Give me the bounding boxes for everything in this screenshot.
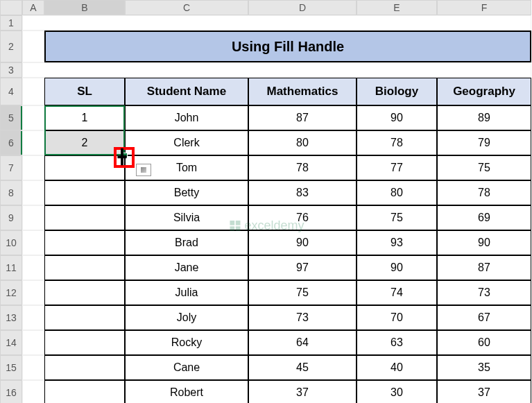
- col-header-d[interactable]: D: [248, 0, 357, 15]
- cell[interactable]: [22, 130, 44, 155]
- row-header-7[interactable]: 7: [0, 155, 22, 180]
- header-math[interactable]: Mathematics: [248, 78, 357, 105]
- cell[interactable]: [22, 330, 44, 355]
- cell[interactable]: [22, 380, 44, 403]
- table-cell-sl[interactable]: [44, 330, 125, 355]
- table-cell-geo[interactable]: 37: [437, 380, 531, 403]
- table-cell-geo[interactable]: 35: [437, 355, 531, 380]
- table-cell-math[interactable]: 87: [248, 105, 357, 130]
- table-cell-sl[interactable]: [44, 380, 125, 403]
- table-cell-name[interactable]: Brad: [125, 230, 248, 255]
- table-cell-sl[interactable]: 1: [44, 105, 125, 130]
- row-header-6[interactable]: 6: [0, 130, 22, 155]
- cell[interactable]: [22, 155, 44, 180]
- table-cell-sl[interactable]: [44, 155, 125, 180]
- table-cell-sl[interactable]: [44, 230, 125, 255]
- cell[interactable]: [22, 305, 44, 330]
- row-header-15[interactable]: 15: [0, 355, 22, 380]
- table-cell-geo[interactable]: 75: [437, 155, 531, 180]
- header-sl[interactable]: SL: [44, 78, 125, 105]
- table-cell-bio[interactable]: 63: [357, 330, 437, 355]
- table-cell-math[interactable]: 83: [248, 180, 357, 205]
- table-cell-math[interactable]: 64: [248, 330, 357, 355]
- col-header-c[interactable]: C: [125, 0, 248, 15]
- table-cell-name[interactable]: Silvia: [125, 205, 248, 230]
- table-cell-bio[interactable]: 74: [357, 280, 437, 305]
- table-cell-geo[interactable]: 90: [437, 230, 531, 255]
- header-name[interactable]: Student Name: [125, 78, 248, 105]
- cell[interactable]: [22, 105, 44, 130]
- table-cell-bio[interactable]: 77: [357, 155, 437, 180]
- table-cell-bio[interactable]: 75: [357, 205, 437, 230]
- col-header-e[interactable]: E: [357, 0, 437, 15]
- table-cell-geo[interactable]: 87: [437, 255, 531, 280]
- table-cell-name[interactable]: Jane: [125, 255, 248, 280]
- cell[interactable]: [22, 78, 44, 105]
- table-cell-bio[interactable]: 93: [357, 230, 437, 255]
- table-cell-name[interactable]: Betty: [125, 180, 248, 205]
- row-header-14[interactable]: 14: [0, 330, 22, 355]
- table-cell-bio[interactable]: 40: [357, 355, 437, 380]
- table-cell-sl[interactable]: [44, 255, 125, 280]
- cell[interactable]: [22, 280, 44, 305]
- table-cell-sl[interactable]: [44, 355, 125, 380]
- table-cell-name[interactable]: Cane: [125, 355, 248, 380]
- col-header-f[interactable]: F: [437, 0, 531, 15]
- table-cell-bio[interactable]: 30: [357, 380, 437, 403]
- row-header-11[interactable]: 11: [0, 255, 22, 280]
- table-cell-math[interactable]: 73: [248, 305, 357, 330]
- select-all-corner[interactable]: [0, 0, 22, 15]
- table-cell-math[interactable]: 75: [248, 280, 357, 305]
- row-header-4[interactable]: 4: [0, 78, 22, 105]
- cell[interactable]: [22, 205, 44, 230]
- table-cell-bio[interactable]: 90: [357, 105, 437, 130]
- cell[interactable]: [22, 180, 44, 205]
- table-cell-bio[interactable]: 80: [357, 180, 437, 205]
- table-cell-geo[interactable]: 78: [437, 180, 531, 205]
- table-cell-sl[interactable]: [44, 305, 125, 330]
- table-cell-name[interactable]: Rocky: [125, 330, 248, 355]
- header-geo[interactable]: Geography: [437, 78, 531, 105]
- table-cell-math[interactable]: 76: [248, 205, 357, 230]
- spreadsheet-grid[interactable]: A B C D E F 1 2 Using Fill Handle 3 4 SL…: [0, 0, 532, 403]
- cell[interactable]: [22, 62, 531, 78]
- table-cell-math[interactable]: 97: [248, 255, 357, 280]
- table-cell-geo[interactable]: 60: [437, 330, 531, 355]
- table-cell-bio[interactable]: 78: [357, 130, 437, 155]
- table-cell-geo[interactable]: 73: [437, 280, 531, 305]
- table-cell-math[interactable]: 80: [248, 130, 357, 155]
- table-cell-bio[interactable]: 90: [357, 255, 437, 280]
- autofill-options-button[interactable]: [136, 164, 151, 176]
- table-cell-geo[interactable]: 69: [437, 205, 531, 230]
- table-cell-math[interactable]: 78: [248, 155, 357, 180]
- table-cell-math[interactable]: 37: [248, 380, 357, 403]
- fill-handle[interactable]: [122, 153, 128, 158]
- col-header-a[interactable]: A: [22, 0, 44, 15]
- table-cell-geo[interactable]: 79: [437, 130, 531, 155]
- table-cell-geo[interactable]: 67: [437, 305, 531, 330]
- table-cell-math[interactable]: 90: [248, 230, 357, 255]
- table-cell-geo[interactable]: 89: [437, 105, 531, 130]
- table-cell-name[interactable]: Joly: [125, 305, 248, 330]
- row-header-13[interactable]: 13: [0, 305, 22, 330]
- row-header-12[interactable]: 12: [0, 280, 22, 305]
- row-header-1[interactable]: 1: [0, 15, 22, 31]
- cell[interactable]: [22, 355, 44, 380]
- table-cell-name[interactable]: Julia: [125, 280, 248, 305]
- table-cell-name[interactable]: John: [125, 105, 248, 130]
- header-bio[interactable]: Biology: [357, 78, 437, 105]
- cell[interactable]: [22, 31, 44, 62]
- title-cell[interactable]: Using Fill Handle: [44, 31, 531, 62]
- table-cell-sl[interactable]: [44, 180, 125, 205]
- row-header-8[interactable]: 8: [0, 180, 22, 205]
- table-cell-name[interactable]: Robert: [125, 380, 248, 403]
- row-header-3[interactable]: 3: [0, 62, 22, 78]
- cell[interactable]: [22, 255, 44, 280]
- table-cell-math[interactable]: 45: [248, 355, 357, 380]
- cell[interactable]: [22, 230, 44, 255]
- table-cell-sl[interactable]: [44, 280, 125, 305]
- row-header-2[interactable]: 2: [0, 31, 22, 62]
- table-cell-name[interactable]: Clerk: [125, 130, 248, 155]
- row-header-10[interactable]: 10: [0, 230, 22, 255]
- table-cell-sl[interactable]: [44, 205, 125, 230]
